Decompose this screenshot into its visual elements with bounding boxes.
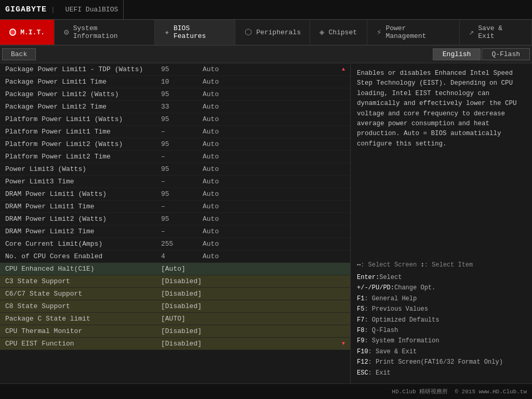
table-row[interactable]: C8 State Support[Disabled] <box>0 300 350 313</box>
toolbar-right: English Q-Flash <box>433 48 530 60</box>
main-content: Package Power Limit1 - TDP (Watts)95Auto… <box>0 63 532 383</box>
row-value2: Auto <box>203 178 345 185</box>
keymap-line: F12: Print Screen(FAT16/32 Format Only) <box>357 357 526 367</box>
keymap-key: F9 <box>357 337 364 344</box>
table-row[interactable]: DRAM Power Limit2 (Watts)95Auto <box>0 213 350 225</box>
row-value2: Auto <box>203 103 345 111</box>
row-value2: [Disabled] <box>161 302 345 310</box>
tab-save-label: Save & Exit <box>478 24 522 40</box>
tab-bios[interactable]: ✦ BIOS Features <box>155 20 235 45</box>
row-label: C8 State Support <box>5 302 161 310</box>
english-button[interactable]: English <box>433 48 481 60</box>
tab-chipset-label: Chipset <box>328 29 357 36</box>
table-row[interactable]: Core Current Limit(Amps)255Auto <box>0 238 350 250</box>
keymap-line: F5: Previous Values <box>357 304 526 314</box>
row-label: Platform Power Limit2 Time <box>5 153 161 161</box>
tab-power[interactable]: ⚡ Power Management <box>367 20 460 45</box>
table-row[interactable]: Package Power Limit2 (Watts)95Auto <box>0 88 350 101</box>
table-row[interactable]: Package C State limit[AUTO] <box>0 313 350 325</box>
row-value2: Auto <box>203 190 345 198</box>
table-row[interactable]: Platform Power Limit1 Time–Auto <box>0 126 350 138</box>
row-label: DRAM Power Limit1 (Watts) <box>5 190 161 198</box>
qflash-button[interactable]: Q-Flash <box>482 48 530 60</box>
keymap-line: +/-/PU/PD:Change Opt. <box>357 283 526 293</box>
row-value2: [Disabled] <box>161 290 345 298</box>
tab-system-label: System Information <box>73 24 145 40</box>
row-value1: 255 <box>161 240 203 248</box>
table-row[interactable]: DRAM Power Limit2 Time–Auto <box>0 225 350 238</box>
row-value1: 33 <box>161 103 203 111</box>
footer: HD.Club 精研視務所 © 2015 www.HD.Club.tw <box>0 383 532 399</box>
tab-mit-label: M.I.T. <box>20 29 45 36</box>
tab-mit[interactable]: M.I.T. <box>0 20 55 45</box>
table-row[interactable]: Package Power Limit1 - TDP (Watts)95Auto… <box>0 63 350 76</box>
row-label: Package Power Limit2 Time <box>5 103 161 111</box>
keymap-desc: : Print Screen(FAT16/32 Format Only) <box>368 358 503 366</box>
row-value2: Auto <box>203 78 345 86</box>
row-label: Platform Power Limit2 (Watts) <box>5 140 161 148</box>
row-value1: 95 <box>161 215 203 223</box>
row-value2: [Auto] <box>161 265 345 273</box>
scroll-up-indicator: ▲ <box>342 66 345 72</box>
table-row[interactable]: Power Limit3 Time–Auto <box>0 176 350 188</box>
row-label: No. of CPU Cores Enabled <box>5 252 161 260</box>
tab-power-label: Power Management <box>385 24 449 40</box>
row-label: CPU Thermal Monitor <box>5 327 161 335</box>
row-value2: Auto <box>203 228 345 235</box>
table-row[interactable]: CPU Thermal Monitor[Disabled] <box>0 325 350 338</box>
row-value1: 95 <box>161 65 203 73</box>
keymap-key: F7 <box>357 316 364 324</box>
row-value1: 95 <box>161 140 203 148</box>
row-label: CPU Enhanced Halt(C1E) <box>5 265 161 273</box>
keymap-line: F10: Save & Exit <box>357 347 526 357</box>
table-row[interactable]: CPU EIST Function[Disabled]▼ <box>0 338 350 350</box>
table-row[interactable]: Power Limit3 (Watts)95Auto <box>0 163 350 176</box>
table-row[interactable]: CPU Enhanced Halt(C1E)[Auto] <box>0 263 350 275</box>
uefi-text: UEFI DualBIOS <box>65 6 118 14</box>
row-value1: 10 <box>161 78 203 86</box>
table-row[interactable]: No. of CPU Cores Enabled4Auto <box>0 250 350 263</box>
row-label: Core Current Limit(Amps) <box>5 240 161 248</box>
keymap-line: ESC: Exit <box>357 368 526 378</box>
keymap-key: F8 <box>357 327 364 334</box>
keymap-key: ESC <box>357 369 368 377</box>
keymap-line: F8: Q-Flash <box>357 325 526 336</box>
keymap-line: Enter:Select <box>357 272 526 283</box>
table-row[interactable]: Platform Power Limit2 Time–Auto <box>0 151 350 163</box>
table-row[interactable]: Platform Power Limit1 (Watts)95Auto <box>0 113 350 126</box>
keymap-line: F7: Optimized Defaults <box>357 315 526 325</box>
table-row[interactable]: DRAM Power Limit1 (Watts)95Auto <box>0 188 350 201</box>
keymap-desc: : System Information <box>364 337 439 344</box>
row-label: DRAM Power Limit1 Time <box>5 203 161 210</box>
row-value1: – <box>161 128 203 136</box>
row-value2: [Disabled] <box>161 327 345 335</box>
row-label: Package C State limit <box>5 315 161 323</box>
keymap-key: +/-/PU/PD: <box>357 284 394 291</box>
row-value1: – <box>161 203 203 210</box>
table-row[interactable]: C6/C7 State Support[Disabled] <box>0 288 350 300</box>
tab-peripherals[interactable]: ⬡ Peripherals <box>235 20 310 45</box>
footer-text: HD.Club 精研視務所 © 2015 www.HD.Club.tw <box>392 388 527 395</box>
keymap-line-navigation: ↔: Select Screen ↕: Select Item <box>357 260 526 270</box>
tab-chipset[interactable]: ◈ Chipset <box>310 20 367 45</box>
row-label: Package Power Limit2 (Watts) <box>5 90 161 98</box>
right-panel: Enables or disables Enhanced Intel Speed… <box>351 63 532 383</box>
left-panel: Package Power Limit1 - TDP (Watts)95Auto… <box>0 63 351 383</box>
table-row[interactable]: DRAM Power Limit1 Time–Auto <box>0 201 350 213</box>
row-value2: Auto <box>203 252 345 260</box>
tab-save[interactable]: ↗ Save & Exit <box>460 20 532 45</box>
table-row[interactable]: Package Power Limit2 Time33Auto <box>0 101 350 113</box>
row-value1: 95 <box>161 190 203 198</box>
table-row[interactable]: Package Power Limit1 Time10Auto <box>0 76 350 88</box>
row-label: DRAM Power Limit2 Time <box>5 228 161 235</box>
tab-system[interactable]: ⚙ System Information <box>55 20 155 45</box>
row-label: Platform Power Limit1 Time <box>5 128 161 136</box>
row-value1: – <box>161 178 203 185</box>
back-button[interactable]: Back <box>2 48 36 60</box>
table-row[interactable]: C3 State Support[Disabled] <box>0 275 350 288</box>
row-label: DRAM Power Limit2 (Watts) <box>5 215 161 223</box>
row-value2: Auto <box>203 128 345 136</box>
table-row[interactable]: Platform Power Limit2 (Watts)95Auto <box>0 138 350 151</box>
scroll-down-indicator: ▼ <box>342 341 345 347</box>
keymap-key: F5 <box>357 305 364 313</box>
